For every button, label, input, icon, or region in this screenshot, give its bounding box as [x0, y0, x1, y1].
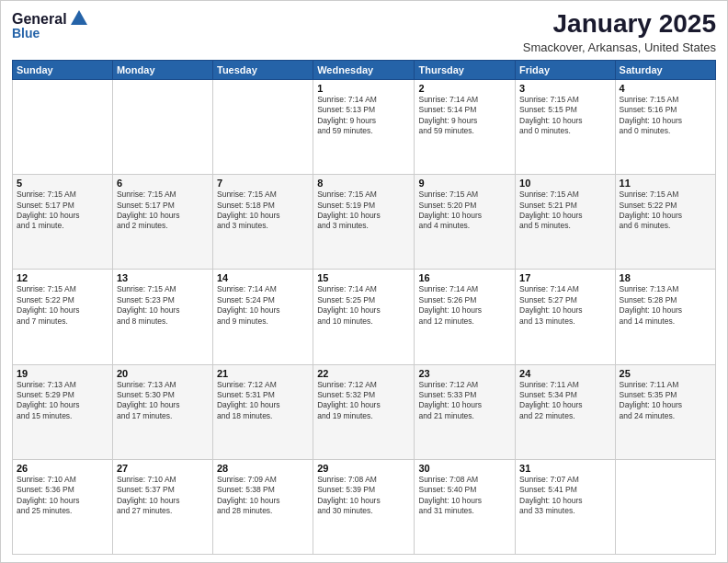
day-number: 10 [519, 178, 611, 189]
day-number: 1 [317, 83, 410, 94]
day-number: 16 [418, 272, 511, 283]
day-cell: 23Sunrise: 7:12 AMSunset: 5:33 PMDayligh… [415, 364, 516, 459]
header-wednesday: Wednesday [313, 60, 415, 79]
day-cell: 17Sunrise: 7:14 AMSunset: 5:27 PMDayligh… [516, 270, 616, 364]
day-number: 20 [117, 368, 209, 379]
day-cell: 18Sunrise: 7:13 AMSunset: 5:28 PMDayligh… [615, 270, 715, 364]
header-row: Sunday Monday Tuesday Wednesday Thursday… [13, 60, 716, 79]
day-number: 11 [620, 178, 711, 189]
day-info: Sunrise: 7:15 AMSunset: 5:19 PMDaylight:… [317, 190, 410, 232]
week-row-1: 1Sunrise: 7:14 AMSunset: 5:13 PMDaylight… [13, 79, 716, 174]
day-cell: 24Sunrise: 7:11 AMSunset: 5:34 PMDayligh… [516, 364, 616, 459]
day-cell: 7Sunrise: 7:15 AMSunset: 5:18 PMDaylight… [212, 175, 313, 270]
day-cell: 9Sunrise: 7:15 AMSunset: 5:20 PMDaylight… [415, 175, 516, 270]
logo-text-blue: Blue [12, 27, 40, 40]
day-info: Sunrise: 7:14 AMSunset: 5:24 PMDaylight:… [217, 284, 309, 327]
day-cell: 1Sunrise: 7:14 AMSunset: 5:13 PMDaylight… [313, 79, 415, 174]
day-number: 23 [418, 368, 511, 379]
calendar-table: Sunday Monday Tuesday Wednesday Thursday… [12, 60, 716, 555]
day-cell: 15Sunrise: 7:14 AMSunset: 5:25 PMDayligh… [313, 270, 415, 364]
day-info: Sunrise: 7:13 AMSunset: 5:30 PMDaylight:… [117, 380, 209, 422]
day-cell: 22Sunrise: 7:12 AMSunset: 5:32 PMDayligh… [313, 364, 415, 459]
day-number: 22 [317, 368, 410, 379]
day-info: Sunrise: 7:12 AMSunset: 5:31 PMDaylight:… [217, 380, 309, 422]
week-row-4: 19Sunrise: 7:13 AMSunset: 5:29 PMDayligh… [13, 364, 716, 459]
day-number: 29 [317, 463, 410, 474]
day-number: 21 [217, 368, 309, 379]
title-block: January 2025 Smackover, Arkansas, United… [523, 10, 716, 54]
logo-icon [69, 8, 89, 29]
day-cell: 14Sunrise: 7:14 AMSunset: 5:24 PMDayligh… [212, 270, 313, 364]
day-info: Sunrise: 7:15 AMSunset: 5:22 PMDaylight:… [620, 190, 711, 232]
month-title: January 2025 [523, 10, 716, 39]
header-monday: Monday [112, 60, 212, 79]
day-cell: 2Sunrise: 7:14 AMSunset: 5:14 PMDaylight… [415, 79, 516, 174]
day-info: Sunrise: 7:14 AMSunset: 5:25 PMDaylight:… [317, 284, 410, 327]
day-number: 30 [418, 463, 511, 474]
day-cell [212, 79, 313, 174]
week-row-5: 26Sunrise: 7:10 AMSunset: 5:36 PMDayligh… [13, 459, 716, 554]
day-number: 17 [519, 272, 611, 283]
day-info: Sunrise: 7:07 AMSunset: 5:41 PMDaylight:… [519, 475, 611, 517]
calendar-page: General Blue January 2025 Smackover, Ark… [0, 0, 728, 563]
day-number: 25 [620, 368, 711, 379]
header-thursday: Thursday [415, 60, 516, 79]
day-number: 28 [217, 463, 309, 474]
day-info: Sunrise: 7:15 AMSunset: 5:15 PMDaylight:… [519, 95, 611, 137]
day-number: 24 [519, 368, 611, 379]
day-cell: 25Sunrise: 7:11 AMSunset: 5:35 PMDayligh… [615, 364, 715, 459]
day-info: Sunrise: 7:15 AMSunset: 5:21 PMDaylight:… [519, 190, 611, 232]
day-number: 14 [217, 272, 309, 283]
day-info: Sunrise: 7:14 AMSunset: 5:14 PMDaylight:… [418, 95, 511, 137]
day-cell [615, 459, 715, 554]
day-info: Sunrise: 7:12 AMSunset: 5:32 PMDaylight:… [317, 380, 410, 422]
day-info: Sunrise: 7:15 AMSunset: 5:16 PMDaylight:… [620, 95, 711, 137]
day-info: Sunrise: 7:10 AMSunset: 5:37 PMDaylight:… [117, 475, 209, 517]
day-cell: 8Sunrise: 7:15 AMSunset: 5:19 PMDaylight… [313, 175, 415, 270]
day-info: Sunrise: 7:08 AMSunset: 5:40 PMDaylight:… [418, 475, 511, 517]
header-tuesday: Tuesday [212, 60, 313, 79]
day-number: 3 [519, 83, 611, 94]
header-saturday: Saturday [615, 60, 715, 79]
day-cell [13, 79, 113, 174]
day-info: Sunrise: 7:13 AMSunset: 5:29 PMDaylight:… [17, 380, 108, 422]
day-number: 15 [317, 272, 410, 283]
location-title: Smackover, Arkansas, United States [523, 40, 716, 54]
svg-marker-0 [71, 10, 87, 25]
day-info: Sunrise: 7:14 AMSunset: 5:26 PMDaylight:… [418, 284, 511, 327]
logo: General Blue [12, 10, 89, 40]
day-info: Sunrise: 7:15 AMSunset: 5:17 PMDaylight:… [17, 190, 108, 232]
day-cell: 19Sunrise: 7:13 AMSunset: 5:29 PMDayligh… [13, 364, 113, 459]
day-cell: 10Sunrise: 7:15 AMSunset: 5:21 PMDayligh… [516, 175, 616, 270]
day-cell: 21Sunrise: 7:12 AMSunset: 5:31 PMDayligh… [212, 364, 313, 459]
day-cell: 30Sunrise: 7:08 AMSunset: 5:40 PMDayligh… [415, 459, 516, 554]
day-cell: 26Sunrise: 7:10 AMSunset: 5:36 PMDayligh… [13, 459, 113, 554]
day-number: 27 [117, 463, 209, 474]
day-info: Sunrise: 7:15 AMSunset: 5:22 PMDaylight:… [17, 284, 108, 327]
day-info: Sunrise: 7:12 AMSunset: 5:33 PMDaylight:… [418, 380, 511, 422]
day-info: Sunrise: 7:09 AMSunset: 5:38 PMDaylight:… [217, 475, 309, 517]
week-row-2: 5Sunrise: 7:15 AMSunset: 5:17 PMDaylight… [13, 175, 716, 270]
day-number: 26 [17, 463, 108, 474]
day-number: 5 [17, 178, 108, 189]
day-number: 12 [17, 272, 108, 283]
day-number: 7 [217, 178, 309, 189]
day-cell [112, 79, 212, 174]
day-cell: 5Sunrise: 7:15 AMSunset: 5:17 PMDaylight… [13, 175, 113, 270]
day-number: 6 [117, 178, 209, 189]
day-cell: 13Sunrise: 7:15 AMSunset: 5:23 PMDayligh… [112, 270, 212, 364]
day-number: 13 [117, 272, 209, 283]
week-row-3: 12Sunrise: 7:15 AMSunset: 5:22 PMDayligh… [13, 270, 716, 364]
header-friday: Friday [516, 60, 616, 79]
day-cell: 31Sunrise: 7:07 AMSunset: 5:41 PMDayligh… [516, 459, 616, 554]
day-info: Sunrise: 7:14 AMSunset: 5:13 PMDaylight:… [317, 95, 410, 137]
day-cell: 4Sunrise: 7:15 AMSunset: 5:16 PMDaylight… [615, 79, 715, 174]
day-info: Sunrise: 7:14 AMSunset: 5:27 PMDaylight:… [519, 284, 611, 327]
day-number: 19 [17, 368, 108, 379]
day-info: Sunrise: 7:13 AMSunset: 5:28 PMDaylight:… [620, 284, 711, 327]
day-info: Sunrise: 7:08 AMSunset: 5:39 PMDaylight:… [317, 475, 410, 517]
header-sunday: Sunday [13, 60, 113, 79]
day-number: 18 [620, 272, 711, 283]
day-number: 9 [418, 178, 511, 189]
day-info: Sunrise: 7:15 AMSunset: 5:23 PMDaylight:… [117, 284, 209, 327]
